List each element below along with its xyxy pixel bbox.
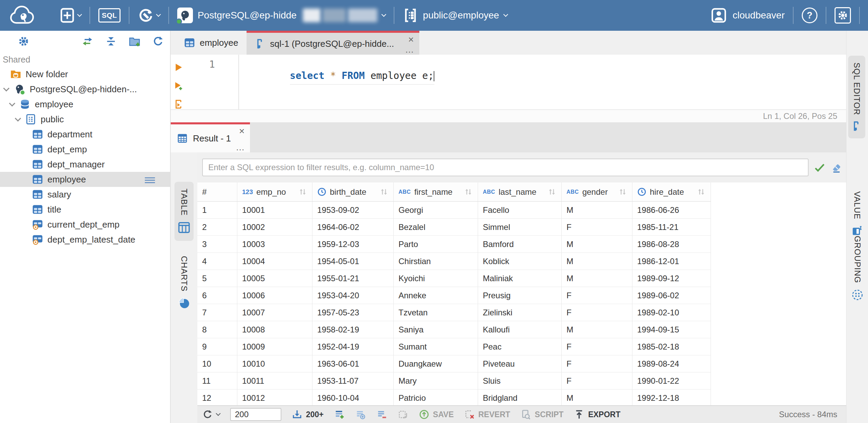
data-cell[interactable]: 1959-12-03 — [312, 236, 394, 253]
sidebar-settings-icon[interactable] — [18, 36, 29, 47]
export-button[interactable]: EXPORT — [574, 409, 620, 420]
apply-filter-icon[interactable] — [813, 161, 826, 174]
sql-editor[interactable]: 1 select * FROM employee e; — [171, 55, 846, 109]
chevron-down-icon[interactable] — [15, 115, 21, 121]
tab-options-icon[interactable]: ... — [236, 143, 245, 152]
data-cell[interactable]: Kyoichi — [394, 270, 478, 287]
data-cell[interactable]: Kalloufi — [478, 321, 562, 338]
data-cell[interactable]: M — [562, 236, 632, 253]
data-cell[interactable]: F — [562, 338, 632, 355]
driver-manager-button[interactable] — [138, 7, 160, 24]
data-cell[interactable]: Anneke — [394, 287, 478, 304]
sidebar-item-postgresql-ep-hidden-[interactable]: PostgreSQL@ep-hidden-... — [0, 82, 170, 97]
save-button[interactable]: SAVE — [419, 409, 454, 420]
execute-new-tab-icon[interactable] — [173, 81, 183, 91]
data-cell[interactable]: Zielinski — [478, 304, 562, 321]
data-cell[interactable]: 10005 — [237, 270, 312, 287]
data-cell[interactable]: 1989-06-02 — [632, 287, 711, 304]
sort-icon[interactable] — [547, 187, 557, 196]
data-cell[interactable]: 10003 — [237, 236, 312, 253]
data-cell[interactable]: 1989-08-24 — [632, 355, 711, 372]
chevron-down-icon[interactable] — [9, 100, 15, 106]
data-cell[interactable]: 1989-02-10 — [632, 304, 711, 321]
data-cell[interactable]: 1992-12-18 — [632, 390, 711, 405]
data-cell[interactable]: M — [562, 321, 632, 338]
sort-icon[interactable] — [298, 187, 307, 196]
sync-connection-icon[interactable] — [81, 35, 94, 47]
data-cell[interactable]: M — [562, 270, 632, 287]
data-cell[interactable]: 1994-09-15 — [632, 321, 711, 338]
data-cell[interactable]: Sluis — [478, 372, 562, 390]
data-cell[interactable]: 10001 — [237, 202, 312, 219]
schema-selector[interactable]: public@employee — [403, 8, 507, 23]
chevron-down-icon[interactable] — [3, 85, 9, 91]
data-cell[interactable]: 1958-02-19 — [312, 321, 394, 338]
data-cell[interactable]: M — [562, 390, 632, 405]
tab-options-icon[interactable]: ... — [405, 45, 414, 54]
fetch-more-button[interactable]: 200+ — [292, 409, 324, 420]
execute-query-icon[interactable] — [173, 62, 183, 72]
sidebar-item-public[interactable]: public — [0, 112, 170, 127]
data-cell[interactable]: Mary — [394, 372, 478, 390]
script-button[interactable]: SCRIPT — [520, 409, 563, 420]
connection-selector[interactable]: PostgreSQL@ep-hidde — [177, 8, 386, 23]
data-cell[interactable]: Tzvetan — [394, 304, 478, 321]
data-cell[interactable]: Bamford — [478, 236, 562, 253]
sidebar-item-dept-emp-latest-date[interactable]: dept_emp_latest_date — [0, 232, 170, 247]
data-cell[interactable]: 1954-05-01 — [312, 253, 394, 270]
data-cell[interactable]: Sumant — [394, 338, 478, 355]
data-cell[interactable]: 1957-05-23 — [312, 304, 394, 321]
data-cell[interactable]: F — [562, 355, 632, 372]
help-button[interactable]: ? — [802, 8, 817, 23]
data-cell[interactable]: 1963-06-01 — [312, 355, 394, 372]
revert-button[interactable]: REVERT — [464, 409, 510, 420]
data-cell[interactable]: F — [562, 372, 632, 390]
refresh-result-button[interactable] — [202, 409, 220, 420]
tab-value-panel[interactable]: VALUE — [848, 191, 866, 236]
result-tab[interactable]: Result - 1 × ... — [171, 122, 250, 152]
data-cell[interactable]: Parto — [394, 236, 478, 253]
clear-filter-icon[interactable] — [830, 162, 842, 173]
data-cell[interactable]: Peac — [478, 338, 562, 355]
add-folder-icon[interactable] — [128, 35, 141, 47]
data-cell[interactable]: Georgi — [394, 202, 478, 219]
data-cell[interactable]: Bezalel — [394, 219, 478, 236]
close-icon[interactable]: × — [239, 126, 244, 136]
editor-tab-sql-1[interactable]: sql-1 (PostgreSQL@ep-hidde...×... — [247, 31, 419, 55]
editor-tab-employee[interactable]: employee — [176, 31, 247, 55]
data-cell[interactable]: 10004 — [237, 253, 312, 270]
sort-icon[interactable] — [618, 187, 627, 196]
data-cell[interactable]: Simmel — [478, 219, 562, 236]
data-cell[interactable]: 1960-10-04 — [312, 390, 394, 405]
delete-row-icon[interactable] — [376, 409, 387, 420]
data-cell[interactable]: 1990-01-22 — [632, 372, 711, 390]
row-limit-input[interactable] — [230, 408, 281, 421]
user-menu[interactable]: cloudbeaver — [711, 7, 785, 24]
data-cell[interactable]: 1964-06-02 — [312, 219, 394, 236]
data-cell[interactable]: Duangkaew — [394, 355, 478, 372]
data-cell[interactable]: M — [562, 253, 632, 270]
data-cell[interactable]: Preusig — [478, 287, 562, 304]
sidebar-item-new-folder[interactable]: New folder — [0, 67, 170, 82]
refresh-tree-icon[interactable] — [152, 36, 164, 47]
new-sql-editor-button[interactable]: SQL — [98, 8, 121, 23]
data-cell[interactable]: F — [562, 287, 632, 304]
add-row-icon[interactable] — [334, 409, 345, 420]
column-header-birth_date[interactable]: birth_date — [312, 182, 394, 202]
data-cell[interactable]: 1985-02-18 — [632, 338, 711, 355]
data-cell[interactable]: 10009 — [237, 338, 312, 355]
data-cell[interactable]: Koblick — [478, 253, 562, 270]
tab-table[interactable]: TABLE — [174, 182, 194, 241]
sort-icon[interactable] — [464, 187, 473, 196]
result-grid[interactable]: #123emp_nobirth_dateABCfirst_nameABClast… — [197, 182, 846, 405]
tab-sql-editor-vertical[interactable]: SQL EDITOR — [848, 56, 865, 138]
sidebar-item-employee[interactable]: employee — [0, 172, 170, 187]
column-header-hire_date[interactable]: hire_date — [632, 182, 711, 202]
data-cell[interactable]: F — [562, 304, 632, 321]
data-cell[interactable]: 1986-06-26 — [632, 202, 711, 219]
tab-grouping-panel[interactable]: GROUPING — [848, 236, 867, 301]
data-cell[interactable]: 10002 — [237, 219, 312, 236]
data-cell[interactable]: Patricio — [394, 390, 478, 405]
data-cell[interactable]: 1986-12-01 — [632, 253, 711, 270]
data-cell[interactable]: 1952-04-19 — [312, 338, 394, 355]
